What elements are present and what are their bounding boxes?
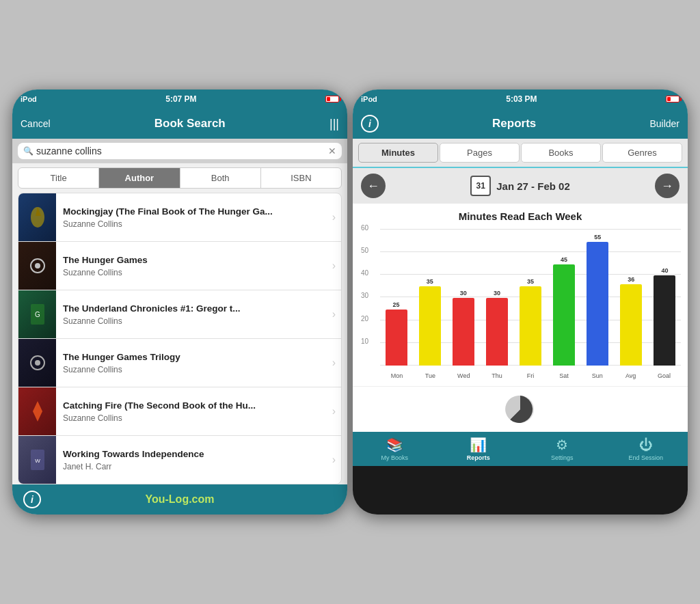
pie-chart-icon	[503, 392, 537, 426]
bar-avg: 36	[615, 276, 647, 366]
book-title: The Hunger Games	[63, 254, 325, 266]
book-cover-catching	[18, 387, 56, 435]
chevron-icon: ›	[332, 193, 341, 241]
book-info-hunger: The Hunger Games Suzanne Collins	[56, 242, 332, 290]
bar-thu-rect	[486, 298, 508, 366]
tab-settings[interactable]: ⚙ Settings	[520, 432, 604, 466]
book-info-underland: The Underland Chronicles #1: Gregor t...…	[56, 290, 332, 338]
my-books-label: My Books	[381, 454, 408, 461]
bottom-bar-search: i You-Log.com	[12, 484, 347, 514]
book-cover-working: W	[18, 436, 56, 484]
bar-value-sat: 45	[561, 256, 567, 263]
bar-fri: 35	[514, 278, 546, 366]
filter-author[interactable]: Author	[99, 168, 180, 188]
book-author: Suzanne Collins	[63, 413, 325, 423]
x-label-avg: Avg	[614, 372, 647, 379]
reports-icon: 📊	[470, 437, 487, 453]
bar-value-tue: 35	[427, 278, 433, 285]
chart-section: Minutes Read Each Week 60 50 40 30 20 10	[353, 204, 688, 386]
book-item-working[interactable]: W Working Towards Independence Janet H. …	[18, 436, 341, 484]
barcode-icon[interactable]: |||	[329, 117, 339, 131]
book-item-mockingjay[interactable]: Mockingjay (The Final Book of The Hunger…	[18, 193, 341, 242]
book-info-trilogy: The Hunger Games Trilogy Suzanne Collins	[56, 339, 332, 387]
end-session-label: End Session	[628, 454, 663, 461]
book-title: The Underland Chronicles #1: Gregor t...	[63, 303, 325, 315]
bar-wed-rect	[453, 298, 474, 366]
book-author: Suzanne Collins	[63, 219, 325, 229]
date-display: 31 Jan 27 - Feb 02	[470, 176, 570, 196]
next-date-button[interactable]: →	[655, 174, 679, 198]
filter-title[interactable]: Title	[18, 168, 99, 188]
filter-both[interactable]: Both	[180, 168, 261, 188]
reports-label: Reports	[467, 454, 490, 461]
bar-value-avg: 36	[628, 276, 634, 283]
prev-date-button[interactable]: ←	[361, 174, 386, 198]
book-title: Working Towards Independence	[63, 448, 325, 461]
book-item-trilogy[interactable]: The Hunger Games Trilogy Suzanne Collins…	[18, 339, 341, 387]
bars-container: 25 35 30	[380, 229, 681, 366]
time-left: 5:07 PM	[165, 94, 196, 104]
svg-point-3	[35, 263, 40, 269]
svg-text:W: W	[35, 458, 40, 464]
tab-minutes[interactable]: Minutes	[358, 143, 438, 163]
tab-pages[interactable]: Pages	[440, 143, 520, 163]
info-icon-left[interactable]: i	[23, 491, 41, 508]
bar-avg-rect	[620, 284, 642, 366]
book-author: Suzanne Collins	[63, 268, 325, 277]
x-labels: Mon Tue Wed Thu Fri Sat Sun Avg Goal	[380, 372, 681, 379]
bar-tue-rect	[419, 286, 441, 366]
search-input[interactable]: suzanne collins	[36, 146, 325, 156]
status-bar-right: iPod 5:03 PM	[353, 90, 688, 109]
x-label-wed: Wed	[447, 372, 481, 379]
chevron-icon: ›	[332, 242, 341, 290]
search-icon: 🔍	[23, 146, 33, 156]
info-icon-right[interactable]: i	[361, 115, 379, 133]
book-item-hunger-games[interactable]: The Hunger Games Suzanne Collins ›	[18, 242, 341, 290]
tab-books[interactable]: Books	[521, 143, 601, 163]
book-author: Suzanne Collins	[63, 316, 325, 326]
book-title: Catching Fire (The Second Book of the Hu…	[63, 400, 325, 412]
bar-value-wed: 30	[460, 290, 467, 297]
tab-my-books[interactable]: 📚 My Books	[353, 432, 437, 466]
tab-genres[interactable]: Genres	[602, 143, 682, 163]
book-item-catching-fire[interactable]: Catching Fire (The Second Book of the Hu…	[18, 387, 341, 436]
search-bar-row: 🔍 suzanne collins ✕	[12, 139, 347, 163]
nav-bar-right: i Reports Builder	[353, 109, 688, 139]
cancel-button[interactable]: Cancel	[21, 118, 51, 129]
search-input-wrap[interactable]: 🔍 suzanne collins ✕	[18, 143, 342, 159]
book-info-working: Working Towards Independence Janet H. Ca…	[56, 436, 332, 484]
bar-value-sun: 55	[594, 234, 601, 241]
chevron-icon: ›	[332, 387, 341, 435]
x-label-thu: Thu	[481, 372, 514, 379]
builder-button[interactable]: Builder	[649, 118, 679, 129]
bar-value-thu: 30	[494, 290, 500, 297]
bar-sat-rect	[553, 264, 575, 366]
carrier-left: iPod	[21, 95, 37, 103]
x-label-sat: Sat	[547, 372, 580, 379]
carrier-right: iPod	[361, 95, 377, 103]
x-label-sun: Sun	[580, 372, 614, 379]
tab-reports[interactable]: 📊 Reports	[437, 432, 521, 466]
bar-value-fri: 35	[527, 278, 534, 285]
my-books-icon: 📚	[386, 437, 403, 453]
x-label-goal: Goal	[647, 372, 681, 379]
tab-end-session[interactable]: ⏻ End Session	[604, 432, 688, 466]
bar-fri-rect	[520, 286, 541, 366]
book-cover-hunger	[18, 242, 56, 290]
clear-search-button[interactable]: ✕	[328, 146, 336, 156]
bar-goal: 40	[649, 267, 681, 366]
page-title-reports: Reports	[379, 117, 649, 131]
bar-wed: 30	[447, 290, 479, 366]
battery-area-right	[666, 96, 679, 102]
book-cover-underland: G	[18, 290, 56, 338]
bottom-tab-bar: 📚 My Books 📊 Reports ⚙ Settings ⏻ End Se…	[353, 432, 688, 466]
book-title: The Hunger Games Trilogy	[63, 351, 325, 363]
settings-label: Settings	[551, 454, 574, 461]
book-info-mockingjay: Mockingjay (The Final Book of The Hunger…	[56, 193, 332, 241]
bar-value-mon: 25	[393, 301, 400, 308]
book-item-underland[interactable]: G The Underland Chronicles #1: Gregor t.…	[18, 290, 341, 339]
book-cover-mockingjay	[18, 193, 56, 241]
filter-isbn[interactable]: ISBN	[261, 168, 341, 188]
calendar-icon: 31	[470, 176, 491, 196]
chevron-icon: ›	[332, 436, 341, 484]
